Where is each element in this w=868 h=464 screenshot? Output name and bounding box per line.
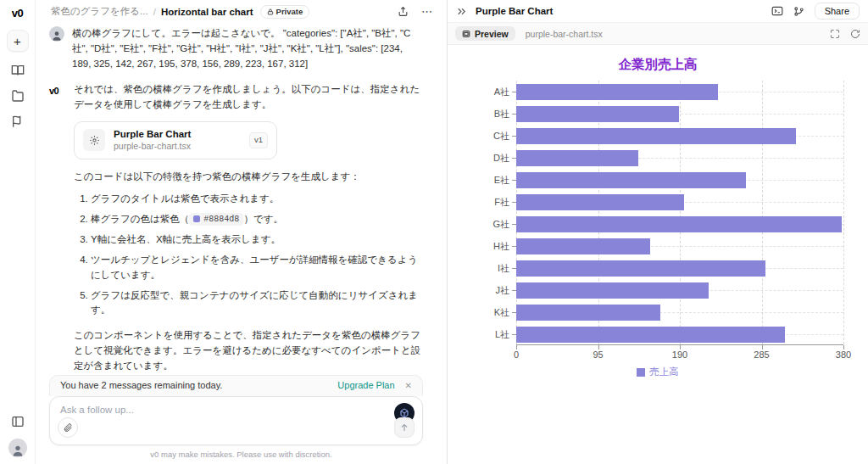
x-tick-label: 95	[593, 349, 603, 360]
share-button[interactable]: Share	[815, 3, 860, 20]
bar-F社[interactable]	[516, 194, 684, 210]
tab-preview[interactable]: Preview	[455, 26, 515, 41]
bar-chart: A社B社C社D社E社F社G社H社I社J社K社L社	[448, 81, 868, 345]
bar-row	[516, 103, 843, 125]
new-chat-button[interactable]: +	[7, 30, 29, 52]
attach-button[interactable]	[58, 417, 78, 438]
y-axis-label: A社	[448, 81, 516, 103]
bar-E社[interactable]	[516, 172, 746, 188]
bar-row	[516, 81, 843, 103]
legend-swatch	[637, 368, 645, 377]
bar-row	[516, 235, 843, 257]
bar-H社[interactable]	[516, 238, 650, 254]
y-axis-label: I社	[448, 257, 516, 279]
preview-tabs: Preview purple-bar-chart.tsx	[448, 23, 868, 45]
bar-K社[interactable]	[516, 305, 660, 321]
chat-header: 紫色のグラフを作る... / Horizontal bar chart Priv…	[36, 0, 447, 23]
folder-icon[interactable]	[11, 89, 25, 103]
private-badge[interactable]: Private	[260, 5, 310, 19]
v0-logo[interactable]: v0	[12, 7, 23, 20]
x-tick-label: 190	[672, 349, 687, 360]
bar-row	[516, 323, 843, 345]
chart-preview: 企業別売上高 A社B社C社D社E社F社G社H社I社J社K社L社 09519028…	[448, 46, 868, 464]
bar-G社[interactable]	[516, 216, 842, 232]
bar-row	[516, 169, 843, 191]
y-axis-label: D社	[448, 147, 516, 169]
sidebar-toggle-icon[interactable]	[11, 415, 25, 428]
assistant-intro-text: それでは、紫色の横棒グラフを作成しましょう。以下のコードは、指定されたデータを使…	[74, 82, 423, 113]
chat-input[interactable]: Ask a follow up...	[49, 396, 423, 445]
flag-icon[interactable]	[11, 115, 25, 128]
left-rail: v0 +	[0, 0, 36, 464]
code-card-title: Purple Bar Chart	[114, 128, 191, 141]
y-axis-labels: A社B社C社D社E社F社G社H社I社J社K社L社	[448, 81, 516, 345]
refresh-icon[interactable]	[850, 29, 860, 39]
preview-filename[interactable]: purple-bar-chart.tsx	[526, 29, 603, 39]
bar-C社[interactable]	[516, 128, 796, 144]
breadcrumb-chat-title[interactable]: Horizontal bar chart	[161, 7, 253, 17]
lock-icon	[267, 8, 274, 15]
bar-B社[interactable]	[516, 106, 679, 122]
user-message: 横の棒グラフにして。エラーは起こさないで。 "categories": ["A社…	[49, 26, 423, 71]
collapse-chevrons-icon[interactable]	[456, 6, 467, 17]
y-axis-label: L社	[448, 323, 516, 345]
plot-area	[516, 81, 843, 345]
message-list: 横の棒グラフにして。エラーは起こさないで。 "categories": ["A社…	[49, 26, 423, 403]
breadcrumb-project[interactable]: 紫色のグラフを作る...	[51, 5, 148, 18]
y-axis-label: K社	[448, 301, 516, 323]
v-gridline	[843, 81, 844, 344]
more-menu-icon[interactable]: ⋯	[421, 5, 433, 18]
y-axis-label: C社	[448, 125, 516, 147]
chat-input-placeholder: Ask a follow up...	[60, 405, 134, 415]
bar-I社[interactable]	[516, 260, 765, 277]
bar-row	[516, 213, 843, 235]
feature-item-1: グラフのタイトルは紫色で表示されます。	[91, 192, 423, 207]
feature-item-4: ツールチップとレジェンドを含み、ユーザーが詳細情報を確認できるようにしています。	[91, 253, 423, 283]
color-chip: #8884d8	[189, 213, 243, 226]
features-list: グラフのタイトルは紫色で表示されます。 棒グラフの色は紫色（#8884d8）です…	[91, 192, 423, 318]
fullscreen-icon[interactable]	[830, 29, 840, 39]
preview-header: Purple Bar Chart Share	[448, 0, 868, 23]
bar-D社[interactable]	[516, 150, 638, 166]
feature-item-3: Y軸に会社名、X軸に売上高を表示します。	[91, 232, 423, 248]
plus-icon: +	[14, 34, 21, 48]
closing-text: このコンポーネントを使用することで、指定されたデータを紫色の横棒グラフとして視覚…	[74, 328, 423, 373]
y-axis-label: H社	[448, 235, 516, 257]
chart-legend: 売上高	[448, 366, 868, 378]
upgrade-plan-link[interactable]: Upgrade Plan	[337, 380, 394, 390]
user-avatar[interactable]	[8, 439, 27, 457]
code-block-card[interactable]: Purple Bar Chart purple-bar-chart.tsx v1	[74, 121, 277, 159]
bar-row	[516, 257, 843, 279]
export-icon[interactable]	[398, 6, 409, 17]
x-tick-label: 380	[836, 349, 851, 360]
banner-close-icon[interactable]: ✕	[405, 381, 412, 390]
breadcrumb-separator: /	[153, 7, 156, 17]
features-intro-text: このコードは以下の特徴を持つ紫色の横棒グラフを生成します：	[74, 170, 423, 185]
window-icon	[462, 30, 470, 38]
version-badge: v1	[249, 132, 268, 148]
feature-item-2: 棒グラフの色は紫色（#8884d8）です。	[91, 212, 423, 227]
component-gear-icon	[83, 129, 105, 151]
x-tick-label: 0	[514, 349, 519, 360]
code-card-filename: purple-bar-chart.tsx	[114, 141, 191, 153]
x-tick-label: 285	[754, 349, 769, 360]
bar-row	[516, 125, 843, 147]
color-swatch	[193, 215, 200, 222]
arrow-up-icon	[399, 422, 409, 433]
bar-row	[516, 301, 843, 323]
projects-book-icon[interactable]	[11, 64, 25, 77]
user-message-text: 横の棒グラフにして。エラーは起こさないで。 "categories": ["A社…	[72, 26, 423, 71]
bar-A社[interactable]	[516, 84, 718, 100]
composer: You have 2 messages remaining today. Upg…	[49, 375, 423, 445]
bar-L社[interactable]	[516, 327, 785, 343]
user-message-avatar	[49, 26, 64, 42]
y-axis-label: J社	[448, 279, 516, 301]
console-icon[interactable]	[771, 5, 783, 17]
preview-title: Purple Bar Chart	[476, 6, 553, 16]
bar-row	[516, 191, 843, 213]
bar-row	[516, 279, 843, 301]
version-branch-icon[interactable]	[793, 6, 804, 17]
send-button[interactable]	[394, 417, 415, 438]
bar-J社[interactable]	[516, 282, 709, 299]
assistant-message: v0 それでは、紫色の横棒グラフを作成しましょう。以下のコードは、指定されたデー…	[49, 82, 423, 402]
